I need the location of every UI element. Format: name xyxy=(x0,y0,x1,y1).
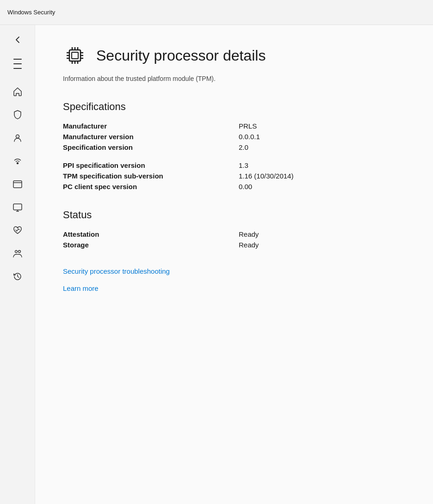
specifications-table: Manufacturer PRLS Manufacturer version 0… xyxy=(63,122,405,191)
sidebar xyxy=(0,25,35,504)
svg-point-7 xyxy=(15,251,17,253)
spec-label-manufacturer-version: Manufacturer version xyxy=(63,133,239,141)
svg-rect-9 xyxy=(69,50,80,61)
title-bar: Windows Security xyxy=(0,0,433,25)
sidebar-item-home[interactable] xyxy=(7,81,28,102)
spec-value-manufacturer-version: 0.0.0.1 xyxy=(239,133,260,141)
specifications-heading: Specifications xyxy=(63,101,405,113)
spec-value-specification-version: 2.0 xyxy=(239,143,248,151)
spec-row-manufacturer-version: Manufacturer version 0.0.0.1 xyxy=(63,133,405,141)
back-button[interactable] xyxy=(7,30,28,50)
status-label-attestation: Attestation xyxy=(63,230,239,238)
sidebar-item-virus-protection[interactable] xyxy=(7,104,28,125)
spec-row-specification-version: Specification version 2.0 xyxy=(63,143,405,151)
status-section: Status Attestation Ready Storage Ready xyxy=(63,209,405,249)
svg-rect-4 xyxy=(13,204,22,210)
spec-label-ppi-version: PPI specification version xyxy=(63,161,239,169)
hamburger-menu-button[interactable] xyxy=(7,54,28,74)
spec-label-pc-client-version: PC client spec version xyxy=(63,183,239,191)
spec-group-spacer xyxy=(63,154,405,161)
sidebar-item-firewall[interactable] xyxy=(7,151,28,171)
spec-label-manufacturer: Manufacturer xyxy=(63,122,239,130)
spec-row-tpm-sub-version: TPM specification sub-version 1.16 (10/3… xyxy=(63,172,405,180)
status-value-attestation: Ready xyxy=(239,230,259,238)
sidebar-item-protection-history[interactable] xyxy=(7,266,28,287)
spec-row-manufacturer: Manufacturer PRLS xyxy=(63,122,405,130)
learn-more-link[interactable]: Learn more xyxy=(63,284,405,292)
app-container: Security processor details Information a… xyxy=(0,25,433,504)
sidebar-item-family-options[interactable] xyxy=(7,243,28,264)
status-heading: Status xyxy=(63,209,405,221)
sidebar-item-device-security[interactable] xyxy=(7,197,28,217)
specifications-section: Specifications Manufacturer PRLS Manufac… xyxy=(63,101,405,191)
hamburger-line-1 xyxy=(13,59,22,60)
spec-value-pc-client-version: 0.00 xyxy=(239,183,252,191)
spec-label-tpm-sub-version: TPM specification sub-version xyxy=(63,172,239,180)
spec-value-tpm-sub-version: 1.16 (10/30/2014) xyxy=(239,172,293,180)
app-title: Windows Security xyxy=(7,9,55,16)
sidebar-item-device-performance[interactable] xyxy=(7,220,28,240)
page-title: Security processor details xyxy=(96,47,266,64)
status-value-storage: Ready xyxy=(239,241,259,249)
svg-point-8 xyxy=(18,251,20,253)
spec-row-ppi-version: PPI specification version 1.3 xyxy=(63,161,405,169)
svg-point-1 xyxy=(17,163,18,164)
sidebar-item-app-browser[interactable] xyxy=(7,174,28,194)
status-row-attestation: Attestation Ready xyxy=(63,230,405,238)
hamburger-line-3 xyxy=(13,68,22,69)
main-content: Security processor details Information a… xyxy=(35,25,433,504)
spec-value-ppi-version: 1.3 xyxy=(239,161,248,169)
spec-row-pc-client-version: PC client spec version 0.00 xyxy=(63,183,405,191)
security-processor-icon xyxy=(63,43,87,68)
spec-value-manufacturer: PRLS xyxy=(239,122,257,130)
spec-label-specification-version: Specification version xyxy=(63,143,239,151)
status-table: Attestation Ready Storage Ready xyxy=(63,230,405,249)
svg-rect-10 xyxy=(72,52,78,59)
troubleshooting-link[interactable]: Security processor troubleshooting xyxy=(63,267,405,275)
sidebar-item-account-protection[interactable] xyxy=(7,128,28,148)
svg-rect-2 xyxy=(13,181,22,188)
status-label-storage: Storage xyxy=(63,241,239,249)
hamburger-line-2 xyxy=(13,63,22,64)
page-header: Security processor details xyxy=(63,43,405,68)
svg-point-0 xyxy=(16,135,19,138)
page-subtitle: Information about the trusted platform m… xyxy=(63,75,405,82)
status-row-storage: Storage Ready xyxy=(63,241,405,249)
